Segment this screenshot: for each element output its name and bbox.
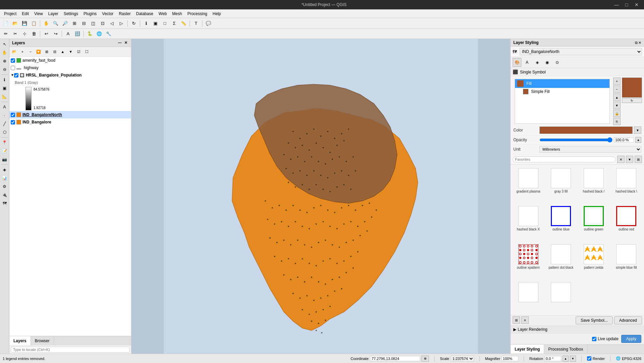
opacity-slider[interactable] — [539, 137, 613, 143]
grid-view-btn[interactable]: ⊞ — [513, 316, 520, 324]
locate-input[interactable] — [11, 347, 130, 353]
expand-hrsl-icon[interactable]: ▼ — [11, 72, 14, 78]
new-project-btn[interactable]: 📄 — [1, 19, 10, 28]
redo-btn[interactable]: ↪ — [51, 30, 60, 38]
symbol-add-btn[interactable]: + — [613, 77, 621, 85]
layer-tool-add[interactable]: + — [19, 48, 26, 55]
layer-tool-collapse-all[interactable]: ⊟ — [51, 48, 58, 55]
layer-tool-remove[interactable]: − — [27, 48, 34, 55]
layer-tool-expand-all[interactable]: ⊞ — [43, 48, 50, 55]
symbol-lock-btn[interactable]: 🔒 — [613, 110, 621, 117]
scale-select[interactable]: 1:237574 — [451, 356, 474, 362]
menu-database[interactable]: Database — [133, 11, 156, 17]
undo-btn[interactable]: ↩ — [42, 30, 51, 38]
menu-settings[interactable]: Settings — [61, 11, 81, 17]
symbol-pattern-zelda[interactable]: pattern zelda — [578, 243, 609, 279]
style-paint-btn[interactable]: 🎨 — [513, 58, 521, 67]
layer-select-dropdown[interactable]: IND_BangaloreNorth — [520, 48, 642, 55]
menu-plugins[interactable]: Plugins — [81, 11, 99, 17]
layer-tool-deselect-all[interactable]: ☐ — [83, 48, 90, 55]
refresh-btn[interactable]: ↻ — [129, 19, 138, 28]
tool-note[interactable]: 📝 — [1, 147, 9, 155]
tab-layer-styling[interactable]: Layer Styling — [511, 345, 544, 354]
magnifier-input[interactable] — [502, 356, 518, 361]
symbol-up-btn[interactable]: ▲ — [613, 94, 621, 101]
tool-pin[interactable]: 📍 — [1, 139, 9, 147]
select-btn[interactable]: ▣ — [151, 19, 160, 28]
zoom-extent-btn[interactable]: ⊞ — [70, 19, 79, 28]
label-btn[interactable]: A — [64, 30, 72, 38]
zoom-out-btn[interactable]: 🔎 — [61, 19, 69, 28]
unit-dropdown[interactable]: Millimeters Pixels Points — [539, 146, 641, 153]
symbol-hashed-black-back[interactable]: hashed black \ — [611, 167, 642, 203]
zoom-in-btn[interactable]: 🔍 — [51, 19, 60, 28]
tool-zoom-out[interactable]: ⊖ — [1, 65, 9, 73]
symbol-outline-xpattern[interactable]: outline xpattern — [513, 243, 544, 279]
plugin-btn2[interactable]: 🌐 — [95, 30, 104, 38]
symbol-outline-blue[interactable]: outline blue — [545, 205, 577, 241]
opacity-value-input[interactable] — [614, 137, 634, 143]
favorites-clear-btn[interactable]: ✕ — [617, 156, 625, 163]
tool-point[interactable]: · — [1, 111, 9, 119]
right-panel-float-btn[interactable]: ⧉ — [635, 41, 638, 45]
save-project-btn[interactable]: 💾 — [20, 19, 29, 28]
symbol-tree-fill[interactable]: Fill — [515, 79, 609, 88]
statistics-btn[interactable]: Σ — [170, 19, 179, 28]
menu-vector[interactable]: Vector — [100, 11, 116, 17]
tool-extra1[interactable]: ⚙ — [1, 183, 9, 191]
map-canvas[interactable] — [132, 39, 510, 354]
live-update-checkbox-label[interactable]: Live update — [592, 336, 619, 341]
layer-item-ind-north[interactable]: IND_BangaloreNorth — [9, 111, 131, 118]
layers-panel-minimize[interactable]: — — [117, 40, 123, 45]
plugin-btn3[interactable]: 🔧 — [104, 30, 113, 38]
apply-btn[interactable]: Apply — [621, 335, 641, 343]
style-diagram-btn[interactable]: ◉ — [543, 58, 552, 67]
zoom-selection-btn[interactable]: ⊟ — [79, 19, 88, 28]
tool-label[interactable]: A — [1, 103, 9, 111]
symbol-gray3-fill[interactable]: gray 3 fill — [545, 167, 577, 203]
favorites-grid-btn[interactable]: ⊞ — [635, 156, 642, 163]
favorites-menu-btn[interactable]: ▼ — [626, 156, 633, 163]
symbol-green[interactable] — [513, 281, 544, 313]
zoom-layer-btn[interactable]: ◫ — [89, 19, 98, 28]
symbol-copy-btn[interactable]: ⎘ — [613, 118, 621, 125]
tab-layers[interactable]: Layers — [9, 336, 31, 345]
layer-item-highway[interactable]: highway — [9, 64, 131, 71]
layer-tool-up[interactable]: ▲ — [59, 48, 66, 55]
tool-measure[interactable]: 📐 — [1, 93, 9, 101]
style-text-btn[interactable]: A — [523, 58, 531, 67]
close-button[interactable]: ✕ — [632, 1, 641, 8]
menu-raster[interactable]: Raster — [116, 11, 133, 17]
rotation-input[interactable] — [544, 356, 561, 361]
zoom-last-btn[interactable]: ◁ — [108, 19, 116, 28]
symbol-down-btn[interactable]: ▼ — [613, 102, 621, 109]
menu-mesh[interactable]: Mesh — [170, 11, 185, 17]
symbol-pattern-dot-black[interactable]: pattern dot black — [545, 243, 577, 279]
digitize-btn[interactable]: ✏ — [1, 30, 10, 38]
tool-3d[interactable]: ◈ — [1, 166, 9, 174]
tab-browser[interactable]: Browser — [31, 336, 54, 345]
symbol-outline-green[interactable]: outline green — [578, 205, 609, 241]
tool-chart[interactable]: 📊 — [1, 174, 9, 182]
tool-select[interactable]: ▣ — [1, 84, 9, 92]
symbol-hashed-black-x[interactable]: hashed black X — [513, 205, 544, 241]
save-symbol-btn[interactable]: Save Symbol... — [576, 316, 613, 324]
tool-extra3[interactable]: 🗺 — [1, 199, 9, 207]
pan-btn[interactable]: ✋ — [42, 19, 51, 28]
layer-item-amenity[interactable]: amenity_fast_food — [9, 57, 131, 64]
identify-btn[interactable]: ℹ — [142, 19, 150, 28]
menu-project[interactable]: Project — [1, 11, 19, 17]
menu-edit[interactable]: Edit — [19, 11, 31, 17]
layer-tool-open[interactable]: 📂 — [11, 48, 18, 55]
measure-btn[interactable]: 📏 — [179, 19, 188, 28]
tool-pan[interactable]: ✋ — [1, 49, 9, 57]
layer-checkbox-highway[interactable] — [11, 66, 15, 70]
live-update-checkbox[interactable] — [592, 337, 596, 341]
advanced-btn[interactable]: Advanced — [614, 316, 642, 324]
layer-checkbox-amenity[interactable] — [11, 58, 15, 63]
rotation-down-btn[interactable]: ▼ — [570, 356, 576, 362]
tool-line[interactable]: ╱ — [1, 120, 9, 128]
tool-identify[interactable]: ℹ — [1, 76, 9, 84]
rotation-up-btn[interactable]: ▲ — [563, 356, 569, 362]
maximize-button[interactable]: □ — [622, 1, 631, 8]
